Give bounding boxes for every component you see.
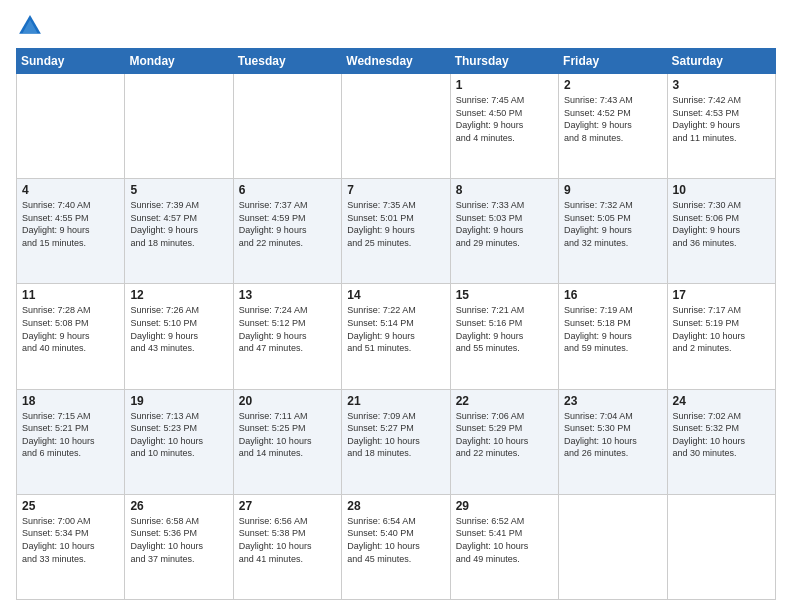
day-cell: 3Sunrise: 7:42 AM Sunset: 4:53 PM Daylig… xyxy=(667,74,775,179)
day-number: 20 xyxy=(239,394,336,408)
day-number: 7 xyxy=(347,183,444,197)
day-cell: 6Sunrise: 7:37 AM Sunset: 4:59 PM Daylig… xyxy=(233,179,341,284)
day-info: Sunrise: 7:45 AM Sunset: 4:50 PM Dayligh… xyxy=(456,94,553,144)
day-number: 16 xyxy=(564,288,661,302)
day-info: Sunrise: 7:04 AM Sunset: 5:30 PM Dayligh… xyxy=(564,410,661,460)
day-cell: 10Sunrise: 7:30 AM Sunset: 5:06 PM Dayli… xyxy=(667,179,775,284)
day-number: 25 xyxy=(22,499,119,513)
day-number: 17 xyxy=(673,288,770,302)
day-cell xyxy=(559,494,667,599)
day-cell: 19Sunrise: 7:13 AM Sunset: 5:23 PM Dayli… xyxy=(125,389,233,494)
col-header-sunday: Sunday xyxy=(17,49,125,74)
day-info: Sunrise: 7:21 AM Sunset: 5:16 PM Dayligh… xyxy=(456,304,553,354)
day-info: Sunrise: 6:58 AM Sunset: 5:36 PM Dayligh… xyxy=(130,515,227,565)
day-cell: 18Sunrise: 7:15 AM Sunset: 5:21 PM Dayli… xyxy=(17,389,125,494)
day-number: 29 xyxy=(456,499,553,513)
week-row-2: 11Sunrise: 7:28 AM Sunset: 5:08 PM Dayli… xyxy=(17,284,776,389)
day-number: 11 xyxy=(22,288,119,302)
day-number: 13 xyxy=(239,288,336,302)
day-info: Sunrise: 7:09 AM Sunset: 5:27 PM Dayligh… xyxy=(347,410,444,460)
col-header-tuesday: Tuesday xyxy=(233,49,341,74)
day-info: Sunrise: 7:42 AM Sunset: 4:53 PM Dayligh… xyxy=(673,94,770,144)
logo-icon xyxy=(16,12,44,40)
day-info: Sunrise: 7:11 AM Sunset: 5:25 PM Dayligh… xyxy=(239,410,336,460)
day-cell xyxy=(667,494,775,599)
day-cell: 16Sunrise: 7:19 AM Sunset: 5:18 PM Dayli… xyxy=(559,284,667,389)
day-info: Sunrise: 7:39 AM Sunset: 4:57 PM Dayligh… xyxy=(130,199,227,249)
day-cell: 1Sunrise: 7:45 AM Sunset: 4:50 PM Daylig… xyxy=(450,74,558,179)
week-row-1: 4Sunrise: 7:40 AM Sunset: 4:55 PM Daylig… xyxy=(17,179,776,284)
day-number: 6 xyxy=(239,183,336,197)
col-header-monday: Monday xyxy=(125,49,233,74)
day-info: Sunrise: 7:06 AM Sunset: 5:29 PM Dayligh… xyxy=(456,410,553,460)
day-number: 26 xyxy=(130,499,227,513)
day-cell: 13Sunrise: 7:24 AM Sunset: 5:12 PM Dayli… xyxy=(233,284,341,389)
col-header-wednesday: Wednesday xyxy=(342,49,450,74)
day-cell xyxy=(342,74,450,179)
day-cell: 23Sunrise: 7:04 AM Sunset: 5:30 PM Dayli… xyxy=(559,389,667,494)
col-header-thursday: Thursday xyxy=(450,49,558,74)
day-cell: 24Sunrise: 7:02 AM Sunset: 5:32 PM Dayli… xyxy=(667,389,775,494)
day-number: 22 xyxy=(456,394,553,408)
day-cell: 15Sunrise: 7:21 AM Sunset: 5:16 PM Dayli… xyxy=(450,284,558,389)
day-cell: 25Sunrise: 7:00 AM Sunset: 5:34 PM Dayli… xyxy=(17,494,125,599)
day-number: 19 xyxy=(130,394,227,408)
day-info: Sunrise: 7:00 AM Sunset: 5:34 PM Dayligh… xyxy=(22,515,119,565)
day-info: Sunrise: 7:13 AM Sunset: 5:23 PM Dayligh… xyxy=(130,410,227,460)
day-cell: 4Sunrise: 7:40 AM Sunset: 4:55 PM Daylig… xyxy=(17,179,125,284)
day-cell: 28Sunrise: 6:54 AM Sunset: 5:40 PM Dayli… xyxy=(342,494,450,599)
day-info: Sunrise: 6:52 AM Sunset: 5:41 PM Dayligh… xyxy=(456,515,553,565)
day-number: 15 xyxy=(456,288,553,302)
day-number: 27 xyxy=(239,499,336,513)
day-info: Sunrise: 7:30 AM Sunset: 5:06 PM Dayligh… xyxy=(673,199,770,249)
day-number: 2 xyxy=(564,78,661,92)
day-info: Sunrise: 7:37 AM Sunset: 4:59 PM Dayligh… xyxy=(239,199,336,249)
day-cell: 21Sunrise: 7:09 AM Sunset: 5:27 PM Dayli… xyxy=(342,389,450,494)
logo xyxy=(16,12,48,40)
page: SundayMondayTuesdayWednesdayThursdayFrid… xyxy=(0,0,792,612)
day-number: 8 xyxy=(456,183,553,197)
day-cell: 26Sunrise: 6:58 AM Sunset: 5:36 PM Dayli… xyxy=(125,494,233,599)
day-cell: 8Sunrise: 7:33 AM Sunset: 5:03 PM Daylig… xyxy=(450,179,558,284)
week-row-0: 1Sunrise: 7:45 AM Sunset: 4:50 PM Daylig… xyxy=(17,74,776,179)
day-cell xyxy=(233,74,341,179)
day-info: Sunrise: 7:40 AM Sunset: 4:55 PM Dayligh… xyxy=(22,199,119,249)
day-number: 1 xyxy=(456,78,553,92)
day-info: Sunrise: 7:15 AM Sunset: 5:21 PM Dayligh… xyxy=(22,410,119,460)
calendar-table: SundayMondayTuesdayWednesdayThursdayFrid… xyxy=(16,48,776,600)
day-cell: 29Sunrise: 6:52 AM Sunset: 5:41 PM Dayli… xyxy=(450,494,558,599)
day-number: 28 xyxy=(347,499,444,513)
day-cell: 27Sunrise: 6:56 AM Sunset: 5:38 PM Dayli… xyxy=(233,494,341,599)
day-cell: 11Sunrise: 7:28 AM Sunset: 5:08 PM Dayli… xyxy=(17,284,125,389)
header xyxy=(16,12,776,40)
day-number: 9 xyxy=(564,183,661,197)
day-cell: 20Sunrise: 7:11 AM Sunset: 5:25 PM Dayli… xyxy=(233,389,341,494)
header-row: SundayMondayTuesdayWednesdayThursdayFrid… xyxy=(17,49,776,74)
day-cell: 14Sunrise: 7:22 AM Sunset: 5:14 PM Dayli… xyxy=(342,284,450,389)
day-cell: 2Sunrise: 7:43 AM Sunset: 4:52 PM Daylig… xyxy=(559,74,667,179)
day-cell xyxy=(17,74,125,179)
day-cell: 5Sunrise: 7:39 AM Sunset: 4:57 PM Daylig… xyxy=(125,179,233,284)
day-number: 10 xyxy=(673,183,770,197)
day-number: 5 xyxy=(130,183,227,197)
day-info: Sunrise: 7:35 AM Sunset: 5:01 PM Dayligh… xyxy=(347,199,444,249)
day-number: 4 xyxy=(22,183,119,197)
day-number: 14 xyxy=(347,288,444,302)
day-info: Sunrise: 7:19 AM Sunset: 5:18 PM Dayligh… xyxy=(564,304,661,354)
day-info: Sunrise: 7:28 AM Sunset: 5:08 PM Dayligh… xyxy=(22,304,119,354)
day-info: Sunrise: 7:24 AM Sunset: 5:12 PM Dayligh… xyxy=(239,304,336,354)
day-info: Sunrise: 7:26 AM Sunset: 5:10 PM Dayligh… xyxy=(130,304,227,354)
day-cell: 17Sunrise: 7:17 AM Sunset: 5:19 PM Dayli… xyxy=(667,284,775,389)
day-cell: 22Sunrise: 7:06 AM Sunset: 5:29 PM Dayli… xyxy=(450,389,558,494)
day-number: 24 xyxy=(673,394,770,408)
day-info: Sunrise: 7:17 AM Sunset: 5:19 PM Dayligh… xyxy=(673,304,770,354)
day-cell xyxy=(125,74,233,179)
col-header-friday: Friday xyxy=(559,49,667,74)
week-row-3: 18Sunrise: 7:15 AM Sunset: 5:21 PM Dayli… xyxy=(17,389,776,494)
day-info: Sunrise: 6:56 AM Sunset: 5:38 PM Dayligh… xyxy=(239,515,336,565)
day-info: Sunrise: 7:43 AM Sunset: 4:52 PM Dayligh… xyxy=(564,94,661,144)
day-info: Sunrise: 7:32 AM Sunset: 5:05 PM Dayligh… xyxy=(564,199,661,249)
day-cell: 9Sunrise: 7:32 AM Sunset: 5:05 PM Daylig… xyxy=(559,179,667,284)
day-info: Sunrise: 7:33 AM Sunset: 5:03 PM Dayligh… xyxy=(456,199,553,249)
col-header-saturday: Saturday xyxy=(667,49,775,74)
